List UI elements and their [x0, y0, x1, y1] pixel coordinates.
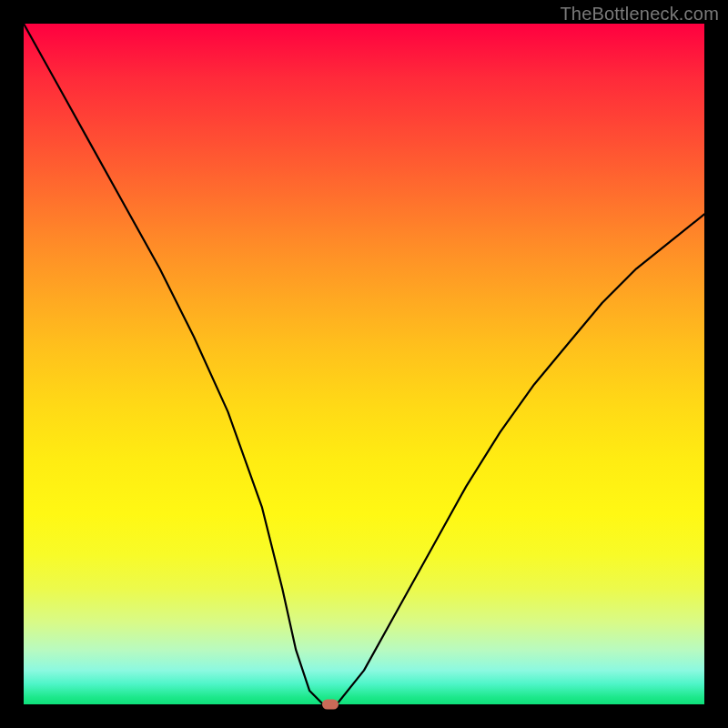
plot-area	[24, 24, 704, 704]
chart-frame: TheBottleneck.com	[0, 0, 728, 728]
bottleneck-curve	[24, 24, 704, 704]
watermark-text: TheBottleneck.com	[560, 4, 719, 25]
optimum-marker	[322, 700, 339, 710]
